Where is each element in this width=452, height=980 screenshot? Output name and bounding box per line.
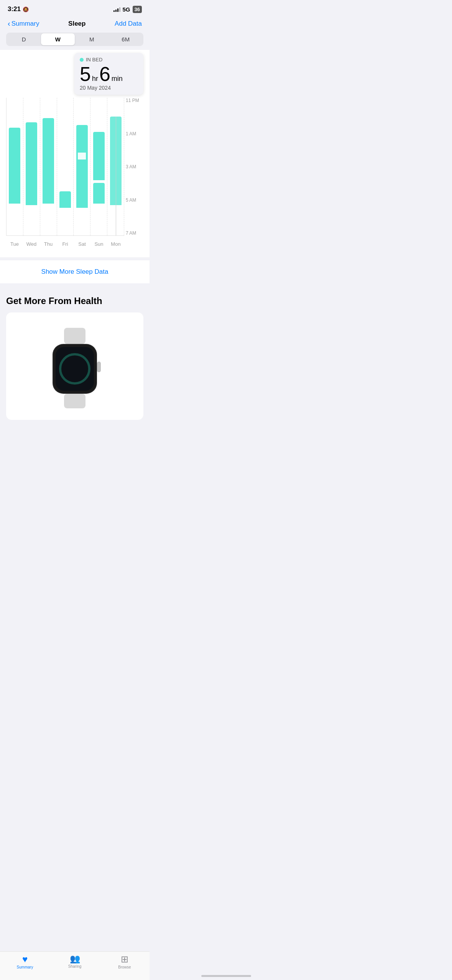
y-axis-labels: 11 PM 1 AM 3 AM 5 AM 7 AM: [124, 98, 143, 236]
tooltip-label: IN BED: [80, 57, 138, 62]
watch-illustration: [40, 324, 109, 408]
bar-gap-sat: [78, 153, 86, 159]
tooltip-hours: 5: [80, 64, 91, 84]
segment-control: D W M 6M: [6, 33, 143, 46]
x-label-wed: Wed: [23, 237, 40, 251]
tooltip-line: [116, 117, 116, 235]
y-label-5am: 5 AM: [126, 197, 143, 203]
promo-section: Get More From Health: [0, 286, 150, 426]
y-label-3am: 3 AM: [126, 164, 143, 169]
promo-card[interactable]: [6, 312, 143, 420]
x-label-sun: Sun: [90, 237, 107, 251]
x-axis-labels: TueWedThuFriSatSunMon: [6, 237, 124, 251]
status-time: 3:21 🔕: [8, 5, 29, 13]
page-title: Sleep: [68, 20, 85, 28]
sleep-bar-wed: [26, 122, 37, 205]
segment-day[interactable]: D: [7, 33, 41, 45]
back-button[interactable]: ‹ Summary: [8, 19, 39, 28]
chart-col-thu[interactable]: [40, 98, 57, 235]
svg-rect-5: [64, 394, 85, 408]
sleep-bar-fri: [59, 191, 71, 208]
chart-section: IN BED 5 hr 6 min 20 May 2024 11 PM 1 AM…: [0, 50, 150, 257]
sleep-bar-sat: [76, 125, 88, 208]
tooltip-dot: [80, 58, 84, 62]
y-label-11pm: 11 PM: [126, 98, 143, 103]
navigation-bar: ‹ Summary Sleep Add Data: [0, 15, 150, 33]
x-label-mon: Mon: [107, 237, 124, 251]
svg-rect-6: [97, 362, 101, 372]
y-label-1am: 1 AM: [126, 131, 143, 136]
status-right: 5G 36: [113, 6, 142, 13]
x-label-sat: Sat: [74, 237, 90, 251]
bell-slash-icon: 🔕: [23, 7, 29, 12]
x-label-fri: Fri: [57, 237, 74, 251]
network-label: 5G: [123, 6, 130, 13]
tooltip-value: 5 hr 6 min: [80, 64, 138, 84]
back-label: Summary: [12, 20, 39, 28]
tab-bar-spacer: [0, 426, 150, 464]
sleep-chart[interactable]: 11 PM 1 AM 3 AM 5 AM 7 AM TueWedThuFriSa…: [6, 98, 143, 251]
chart-col-sun[interactable]: [90, 98, 107, 235]
chart-bars-container: [6, 98, 124, 236]
promo-title: Get More From Health: [6, 296, 143, 306]
chart-col-tue[interactable]: [7, 98, 23, 235]
tooltip-series-label: IN BED: [86, 57, 102, 62]
tooltip-wrapper: IN BED 5 hr 6 min 20 May 2024: [0, 50, 150, 95]
tooltip-minutes: 6: [99, 64, 110, 84]
chart-col-mon[interactable]: [107, 98, 124, 235]
show-more-sleep-button[interactable]: Show More Sleep Data: [0, 260, 150, 283]
chart-col-fri[interactable]: [57, 98, 74, 235]
y-label-7am: 7 AM: [126, 230, 143, 236]
promo-divider: [0, 283, 150, 286]
chart-col-wed[interactable]: [23, 98, 40, 235]
sleep-bar-tue: [9, 128, 20, 204]
chart-col-sat[interactable]: [74, 98, 90, 235]
show-more-label: Show More Sleep Data: [41, 268, 108, 275]
segment-sixmonth[interactable]: 6M: [109, 33, 143, 45]
status-bar: 3:21 🔕 5G 36: [0, 0, 150, 15]
segment-month[interactable]: M: [75, 33, 109, 45]
tooltip-hr-unit: hr: [92, 75, 98, 82]
sleep-bar-bottom-sun: [93, 183, 105, 204]
x-label-thu: Thu: [40, 237, 57, 251]
x-label-tue: Tue: [6, 237, 23, 251]
tooltip-date: 20 May 2024: [80, 85, 138, 91]
sleep-bar-sun: [93, 132, 105, 180]
battery-icon: 36: [133, 6, 142, 13]
signal-icon: [113, 7, 120, 12]
sleep-bar-thu: [43, 118, 54, 204]
svg-rect-0: [64, 328, 85, 344]
add-data-button[interactable]: Add Data: [115, 20, 142, 28]
sleep-tooltip: IN BED 5 hr 6 min 20 May 2024: [74, 53, 143, 95]
tooltip-min-unit: min: [112, 75, 123, 82]
section-divider: [0, 257, 150, 260]
chevron-left-icon: ‹: [8, 19, 10, 28]
segment-week[interactable]: W: [41, 33, 75, 45]
